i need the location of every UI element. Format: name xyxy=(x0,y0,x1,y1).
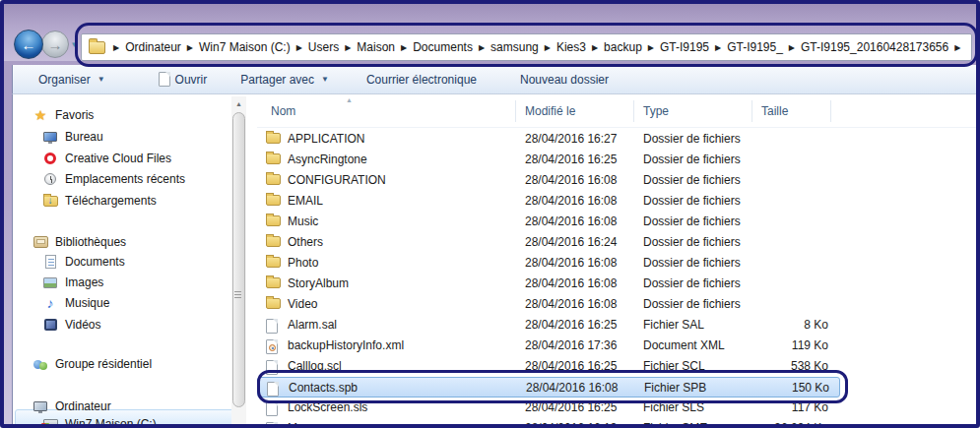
breadcrumb-documents[interactable]: Documents xyxy=(413,40,473,54)
sidebar-group-bibliotheques[interactable]: Bibliothèques xyxy=(33,232,126,252)
table-row-alarm-sal[interactable]: Alarm.sal 28/04/2016 16:25 Fichier SAL 8… xyxy=(257,315,840,336)
sidebar-group-ordinateur[interactable]: Ordinateur xyxy=(33,397,111,416)
breadcrumb-separator-icon[interactable]: ▶ xyxy=(586,43,604,52)
breadcrumb-separator-icon[interactable]: ▶ xyxy=(339,43,357,52)
sidebar-item-win7-maison-c[interactable]: Win7 Maison (C:) xyxy=(42,414,157,428)
column-header-taille[interactable]: Taille xyxy=(761,104,788,118)
sidebar-group-favoris[interactable]: ★ Favoris xyxy=(33,105,94,125)
table-row-contacts-spb-selected[interactable]: Contacts.spb 28/04/2016 16:08 Fichier SP… xyxy=(257,377,840,397)
table-row-calllog-scl[interactable]: Calllog.scl 28/04/2016 16:25 Fichier SCL… xyxy=(257,356,840,377)
sidebar-item-label: Emplacements récents xyxy=(65,172,185,186)
scrollbar-up-arrow-icon[interactable]: ▲ xyxy=(231,96,246,111)
scrollbar-grip-icon xyxy=(234,291,241,292)
table-row-email[interactable]: EMAIL 28/04/2016 16:08 Dossier de fichie… xyxy=(257,191,840,212)
folder-icon xyxy=(266,174,281,185)
new-folder-button[interactable]: Nouveau dossier xyxy=(512,69,617,91)
email-button[interactable]: Courrier électronique xyxy=(359,69,485,91)
breadcrumb-separator-icon[interactable]: ▶ xyxy=(783,43,801,52)
forward-button[interactable]: → xyxy=(41,31,69,58)
organize-button[interactable]: Organiser ▼ xyxy=(31,69,113,91)
sidebar-item-label: Creative Cloud Files xyxy=(65,152,171,165)
file-name: StoryAlbum xyxy=(288,276,349,290)
table-row-lockscreen-sls[interactable]: LockScreen.sls 28/04/2016 16:25 Fichier … xyxy=(257,397,840,418)
file-type: Fichier SLS xyxy=(643,400,704,414)
share-with-button[interactable]: Partager avec ▼ xyxy=(232,69,337,91)
back-button[interactable]: ← xyxy=(14,30,43,59)
column-header-type[interactable]: Type xyxy=(643,104,669,118)
breadcrumb-separator-icon[interactable]: ▶ xyxy=(473,43,490,52)
table-row-asyncringtone[interactable]: AsyncRingtone 28/04/2016 16:25 Dossier d… xyxy=(257,150,840,170)
breadcrumb-separator-icon[interactable]: ▶ xyxy=(709,43,727,52)
share-with-label: Partager avec xyxy=(240,73,314,87)
folder-icon xyxy=(266,277,281,288)
breadcrumb-win7-maison[interactable]: Win7 Maison (C:) xyxy=(199,40,291,54)
breadcrumb-separator-icon[interactable]: ▶ xyxy=(181,43,199,52)
sidebar-item-images[interactable]: Images xyxy=(42,273,103,292)
column-divider[interactable] xyxy=(515,100,516,122)
main-area: ★ Favoris Bureau Creative Cloud Files Em… xyxy=(12,94,980,428)
organize-label: Organiser xyxy=(38,73,91,87)
breadcrumb-kies3[interactable]: Kies3 xyxy=(556,40,586,54)
nav-history-dropdown-icon[interactable]: ▾ xyxy=(72,39,77,49)
table-row-music[interactable]: Music 28/04/2016 16:08 Dossier de fichie… xyxy=(257,212,840,232)
sidebar-group-label: Ordinateur xyxy=(55,399,111,413)
breadcrumb-separator-icon[interactable]: ▶ xyxy=(642,43,660,52)
table-row-backuphistoryinfo-xml[interactable]: backupHistoryInfo.xml 28/04/2016 17:36 D… xyxy=(257,336,840,356)
breadcrumb-separator-icon[interactable]: ▶ xyxy=(291,43,308,52)
column-divider[interactable] xyxy=(830,100,831,122)
breadcrumb-separator-icon[interactable]: ▶ xyxy=(395,43,413,52)
table-row-storyalbum[interactable]: StoryAlbum 28/04/2016 16:08 Dossier de f… xyxy=(257,274,840,294)
breadcrumb-gt-i9195[interactable]: GT-I9195 xyxy=(660,40,709,54)
sidebar-item-label: Images xyxy=(65,275,103,289)
downloads-icon xyxy=(42,193,58,209)
sidebar-item-videos[interactable]: Vidéos xyxy=(42,315,100,335)
film-icon xyxy=(42,317,58,333)
command-toolbar: Organiser ▼ Ouvrir Partager avec ▼ Courr… xyxy=(12,65,980,94)
column-divider[interactable] xyxy=(633,100,634,122)
homegroup-icon xyxy=(33,356,48,372)
sidebar-item-recent-places[interactable]: Emplacements récents xyxy=(42,169,185,189)
address-bar[interactable]: ▶ Ordinateur ▶ Win7 Maison (C:) ▶ Users … xyxy=(81,33,972,61)
sidebar-item-bureau[interactable]: Bureau xyxy=(42,127,103,147)
breadcrumb-separator-icon[interactable]: ▶ xyxy=(107,43,125,52)
breadcrumb-maison[interactable]: Maison xyxy=(357,40,395,54)
file-name: LockScreen.sls xyxy=(288,400,367,414)
table-row-message-sme[interactable]: Message.sme 28/04/2016 16:13 Fichier SME… xyxy=(257,418,840,428)
file-modified: 28/04/2016 16:27 xyxy=(525,132,617,146)
breadcrumb-separator-icon[interactable]: ▶ xyxy=(948,43,966,52)
column-header-nom[interactable]: Nom xyxy=(271,104,295,118)
sidebar-item-musique[interactable]: ♪ Musique xyxy=(42,293,109,313)
breadcrumb-gt-i9195-timestamp[interactable]: GT-I9195_20160428173656 xyxy=(801,40,948,54)
sidebar-item-downloads[interactable]: Téléchargements xyxy=(42,191,157,211)
column-header-modifie-le[interactable]: Modifié le xyxy=(525,104,575,118)
breadcrumb-ordinateur[interactable]: Ordinateur xyxy=(125,40,181,54)
folder-icon xyxy=(266,236,281,247)
scrollbar-thumb[interactable] xyxy=(232,112,245,407)
column-divider[interactable] xyxy=(751,100,752,122)
sidebar-item-documents[interactable]: Documents xyxy=(42,252,125,272)
sidebar-group-groupe-residentiel[interactable]: Groupe résidentiel xyxy=(33,354,152,374)
file-size: 538 Ko xyxy=(740,359,828,373)
breadcrumb-users[interactable]: Users xyxy=(308,40,339,54)
table-row-video[interactable]: Video 28/04/2016 16:08 Dossier de fichie… xyxy=(257,294,840,315)
table-row-photo[interactable]: Photo 28/04/2016 16:08 Dossier de fichie… xyxy=(257,253,840,274)
breadcrumb-separator-icon[interactable]: ▶ xyxy=(539,43,556,52)
xml-document-icon xyxy=(266,339,278,354)
table-row-configuration[interactable]: CONFIGURATION 28/04/2016 16:08 Dossier d… xyxy=(257,170,840,191)
file-icon xyxy=(267,382,279,397)
sidebar-item-creative-cloud[interactable]: Creative Cloud Files xyxy=(42,149,171,168)
open-button[interactable]: Ouvrir xyxy=(151,68,216,91)
breadcrumb-gt-i9195_[interactable]: GT-I9195_ xyxy=(727,40,783,54)
table-row-others[interactable]: Others 28/04/2016 16:24 Dossier de fichi… xyxy=(257,232,840,253)
breadcrumb-samsung[interactable]: samsung xyxy=(490,40,539,54)
forward-arrow-icon: → xyxy=(48,36,63,53)
desktop-icon xyxy=(42,129,58,145)
sidebar-group-label: Groupe résidentiel xyxy=(55,357,152,371)
file-icon xyxy=(266,422,278,428)
folder-icon xyxy=(266,195,281,206)
sidebar-scrollbar[interactable]: ▲ xyxy=(231,96,246,428)
email-label: Courrier électronique xyxy=(366,73,477,87)
breadcrumb-backup[interactable]: backup xyxy=(604,40,642,54)
file-type: Dossier de fichiers xyxy=(643,173,741,187)
table-row-application[interactable]: APPLICATION 28/04/2016 16:27 Dossier de … xyxy=(257,129,840,150)
